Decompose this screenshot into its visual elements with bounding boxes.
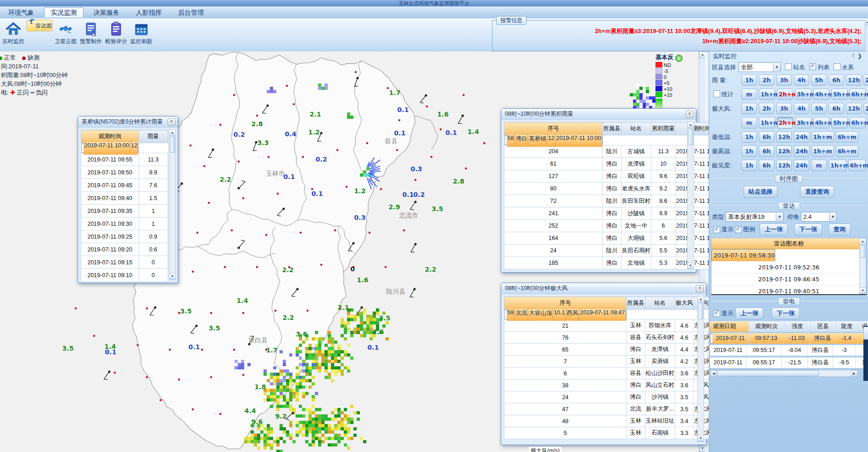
scroll-down-icon[interactable]: ▼	[860, 287, 866, 294]
menu-tab-4[interactable]: 后台管理	[172, 8, 210, 17]
station-rain-table[interactable]: 观测时间雨量2019-07-11 10:00122019-07-11 09:55…	[81, 130, 168, 282]
chevron-right-icon[interactable]: ❯	[857, 53, 865, 59]
menu-tab-0[interactable]: 环境气象	[2, 8, 40, 17]
time-button-12h[interactable]: 12h	[776, 131, 792, 143]
radar-query-button[interactable]: 查询	[829, 223, 851, 235]
column-header[interactable]: 序号	[504, 123, 603, 135]
time-button-3h[interactable]: 3h	[776, 74, 792, 86]
time-button-24h[interactable]: 24h	[863, 103, 868, 114]
time-button-2h[interactable]: 2h	[759, 74, 774, 86]
table-row[interactable]: 2019-07-11 09:250.9	[81, 230, 168, 243]
column-header[interactable]: 雨量	[139, 130, 168, 143]
time-button-1h+m[interactable]: 1h+m	[759, 89, 775, 100]
scroll-down-icon[interactable]: ▼	[688, 262, 694, 269]
station-rain-window[interactable]: 英桥镇(N5702)逐5分钟累计雨量×观测时间雨量2019-07-11 10:0…	[78, 116, 178, 283]
time-button-4h[interactable]: 4h	[794, 103, 809, 114]
table-row[interactable]: 58博白英桥镇122019-07-11 10:00	[504, 135, 603, 145]
lightning-next-button[interactable]: 下一张	[772, 307, 800, 319]
scroll-up-icon[interactable]: ▲	[860, 239, 866, 245]
table-row[interactable]: 2019-07-11 09:401.5	[81, 192, 168, 205]
time-button-1h+m[interactable]: 1h+m	[759, 117, 775, 128]
radar-list-item[interactable]: 2019-07-11 09:40:51	[711, 285, 866, 295]
column-header[interactable]: 强度	[784, 321, 811, 332]
table-row[interactable]: 2019-07-11 09:100	[81, 269, 168, 282]
radar-list-item[interactable]: 2019-07-11 09:52:36	[711, 262, 866, 273]
scroll-down-icon[interactable]: ▼	[698, 435, 704, 441]
time-button-2h+m[interactable]: 2h+m	[777, 117, 794, 128]
plus-button[interactable]: +	[675, 55, 683, 62]
time-button-1h[interactable]: 1h	[741, 103, 757, 114]
time-button-6h+m[interactable]: 6h+m	[850, 117, 866, 128]
time-button-6h[interactable]: 6h	[759, 145, 774, 157]
time-button-6h[interactable]: 6h	[829, 74, 844, 86]
time-button-1h[interactable]: 1h	[741, 74, 757, 86]
lightning-vscroll-strip[interactable]	[863, 326, 868, 381]
time-button-2h+m[interactable]: 2h+m	[777, 89, 794, 100]
scroll-up-icon[interactable]: ▲	[699, 51, 705, 58]
time-button-6h+m[interactable]: 6h+m	[836, 145, 858, 157]
time-button-1h[interactable]: 1h	[741, 145, 757, 157]
menu-tab-3[interactable]: 人影指挥	[129, 8, 168, 17]
column-header[interactable]: 所属县	[603, 123, 622, 135]
time-button-5h[interactable]: 5h	[811, 74, 827, 86]
time-button-4h+m[interactable]: 4h+m	[813, 117, 830, 128]
pin-icon[interactable]: ⊺	[852, 53, 857, 59]
toolbar-item-5[interactable]: 监控刷新	[129, 20, 153, 47]
column-header[interactable]: 站名	[645, 297, 675, 310]
time-button-3h+m[interactable]: 3h+m	[795, 89, 812, 100]
close-icon[interactable]: ×	[168, 118, 175, 126]
accumulated-rain-window[interactable]: 08时~10时00分钟累积雨量×序号所属县站名累积雨量观测时间58博白英桥镇12…	[501, 108, 696, 273]
scroll-up-icon[interactable]: ▲	[169, 130, 175, 136]
time-button-6h[interactable]: 6h	[759, 160, 774, 171]
time-button-m[interactable]: m	[811, 160, 827, 171]
toolbar-item-3[interactable]: 预警制作	[79, 20, 103, 47]
lightning-row[interactable]: 2019-07-1109:55:17-21.5博白县-9.511	[710, 357, 862, 368]
close-icon[interactable]: ×	[696, 285, 704, 292]
scroll-up-icon[interactable]: ▲	[865, 21, 868, 25]
radar-list-item[interactable]: 2019-07-11 09:58:30	[711, 249, 775, 262]
time-button-m[interactable]: m	[741, 117, 757, 128]
time-button-1h+m[interactable]: 1h+m	[829, 160, 846, 171]
time-button-12h[interactable]: 12h	[776, 145, 792, 157]
district-select[interactable]: 全部 ▼	[739, 62, 781, 72]
lightning-row[interactable]: 2019-07-1109:57:13-11.03博白县-1.4	[710, 334, 862, 343]
scroll-right-icon[interactable]: ▶	[851, 370, 857, 376]
table-row[interactable]: 2019-07-11 09:351	[81, 205, 168, 218]
legend-checkbox[interactable]	[735, 226, 742, 233]
time-button-24h[interactable]: 24h	[794, 160, 809, 171]
menu-tab-1[interactable]: 实况监测	[44, 7, 84, 17]
time-button-1h[interactable]: 1h	[741, 131, 757, 143]
time-button-1h+m[interactable]: 1h+m	[812, 131, 834, 143]
time-button-1h[interactable]: 1h	[741, 160, 757, 171]
toolbar-item-1[interactable]: 雷达图	[27, 20, 52, 31]
max-wind-scrollbar[interactable]: ▲▼	[697, 296, 704, 442]
time-button-6h+m[interactable]: 6h+m	[836, 131, 858, 143]
station-rain-scrollbar[interactable]: ▲▼	[169, 129, 176, 280]
column-header[interactable]: 观测日期	[710, 321, 749, 332]
station-select-button[interactable]: 站点选择	[744, 186, 778, 198]
time-button-24h[interactable]: 24h	[863, 74, 868, 86]
radar-prev-button[interactable]: 上一张	[760, 223, 788, 235]
station-rain-title[interactable]: 英桥镇(N5702)逐5分钟累计雨量	[78, 117, 178, 128]
accumulated-rain-title[interactable]: 08时~10时00分钟累积雨量	[501, 109, 696, 120]
time-button-4h+m[interactable]: 4h+m	[813, 89, 830, 100]
time-button-6h+m[interactable]: 6h+m	[850, 89, 866, 100]
radar-image-list[interactable]: 雷达图名称 2019-07-11 09:58:302019-07-11 09:5…	[711, 238, 867, 295]
radar-type-select[interactable]: 基本反射率19▼	[726, 212, 784, 222]
time-button-12h[interactable]: 12h	[846, 74, 862, 86]
time-button-5h[interactable]: 5h	[811, 103, 827, 114]
radar-next-button[interactable]: 下一张	[794, 223, 822, 235]
table-row[interactable]: 2019-07-11 09:200.6	[81, 243, 168, 256]
scroll-down-icon[interactable]: ▼	[169, 273, 175, 279]
column-header[interactable]: 观测时次	[749, 321, 784, 332]
alert-scrollbar[interactable]: ▲	[865, 20, 868, 51]
show-checkbox[interactable]	[713, 226, 720, 233]
lightning-row[interactable]: 2019-07-1109:55:17-8.04博白县-3	[710, 345, 862, 356]
table-row[interactable]: 2019-07-11 09:457.6	[81, 179, 168, 192]
time-button-6h[interactable]: 6h	[759, 131, 774, 143]
toolbar-item-4[interactable]: 检验评分	[104, 20, 128, 47]
scroll-up-icon[interactable]: ▲	[688, 122, 694, 128]
column-header[interactable]: 累积雨量	[651, 123, 676, 135]
menu-tab-2[interactable]: 决策服务	[87, 8, 126, 17]
max-wind-window[interactable]: 08时~10时00分钟极大风×序号所属县站名极大风风向出现时间59北流大容山顶1…	[501, 283, 706, 445]
